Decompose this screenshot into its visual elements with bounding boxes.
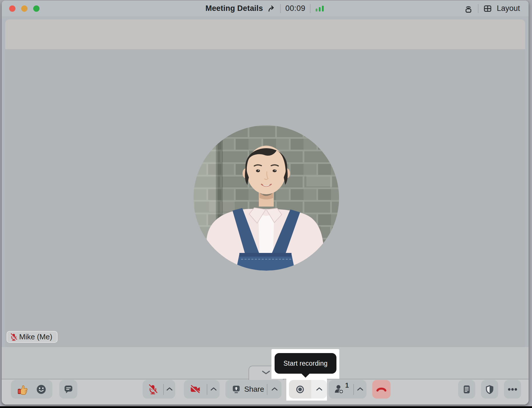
self-name-label: Mike (Me) (19, 332, 52, 341)
notes-button[interactable] (458, 380, 475, 399)
traffic-lights (9, 1, 40, 16)
chevron-up-icon (210, 387, 217, 392)
reactions-group (11, 380, 52, 399)
chat-button[interactable] (59, 380, 77, 399)
mic-muted-icon (9, 333, 18, 341)
security-button[interactable] (481, 380, 498, 399)
tooltip-label: Start recording (283, 360, 328, 367)
mic-group (143, 380, 175, 399)
record-icon (294, 383, 306, 395)
airplay-icon[interactable] (464, 4, 473, 13)
titlebar-right: Layout (464, 1, 520, 16)
share-button-label: Share (244, 385, 264, 394)
chevron-down-icon (261, 370, 271, 376)
self-name-pill: Mike (Me) (7, 331, 58, 343)
meeting-title: Meeting Details (205, 4, 263, 13)
record-group (289, 380, 327, 399)
chevron-up-icon (316, 387, 323, 392)
stage-top-strip (5, 19, 525, 49)
chevron-up-icon (271, 387, 278, 392)
camera-off-icon (189, 383, 201, 395)
participants-count: 1 (345, 382, 349, 389)
phone-down-icon (375, 383, 388, 396)
start-recording-tooltip: Start recording (275, 353, 336, 374)
share-group: Share (225, 380, 281, 399)
participant-avatar (194, 125, 339, 271)
share-arrow-icon[interactable] (267, 5, 275, 12)
minimize-button[interactable] (21, 5, 27, 12)
titlebar-divider (280, 4, 281, 13)
participants-button[interactable]: 1 (329, 380, 353, 399)
layout-grid-icon[interactable] (483, 4, 492, 13)
meeting-window: Meeting Details 00:09 (2, 1, 529, 405)
camera-options-button[interactable] (207, 380, 220, 399)
chevron-up-icon (357, 387, 364, 392)
meeting-timer: 00:09 (285, 4, 305, 13)
titlebar-center: Meeting Details 00:09 (205, 1, 325, 16)
thumbs-up-icon[interactable] (17, 383, 29, 395)
camera-toggle-button[interactable] (184, 380, 207, 399)
signal-bars-icon (315, 5, 325, 12)
chevron-up-icon (166, 387, 173, 392)
chat-bubble-icon (63, 384, 74, 395)
smiley-icon[interactable] (36, 384, 47, 395)
ellipsis-icon (507, 384, 518, 395)
mic-muted-icon (147, 384, 159, 395)
titlebar-divider (478, 4, 478, 13)
more-button[interactable] (504, 380, 521, 399)
record-button[interactable] (289, 380, 311, 399)
share-button[interactable]: Share (230, 380, 267, 399)
layout-button-label[interactable]: Layout (497, 4, 520, 13)
titlebar-divider (310, 4, 311, 13)
mic-options-button[interactable] (164, 380, 175, 399)
close-button[interactable] (9, 5, 15, 12)
video-stage: Mike (Me) (5, 19, 525, 347)
mic-toggle-button[interactable] (143, 380, 163, 399)
screen-share-icon (230, 384, 242, 395)
record-options-button[interactable] (311, 380, 327, 399)
hangup-button[interactable] (372, 380, 391, 399)
person-add-icon (334, 384, 345, 395)
camera-group (184, 380, 220, 399)
share-options-button[interactable] (267, 380, 281, 399)
participants-options-button[interactable] (354, 380, 367, 399)
screenshot-root: Meeting Details 00:09 (0, 0, 532, 408)
titlebar: Meeting Details 00:09 (2, 1, 529, 16)
participants-group: 1 (329, 380, 367, 399)
notes-icon (461, 384, 472, 395)
shield-icon (484, 384, 495, 395)
zoom-button[interactable] (33, 5, 40, 12)
